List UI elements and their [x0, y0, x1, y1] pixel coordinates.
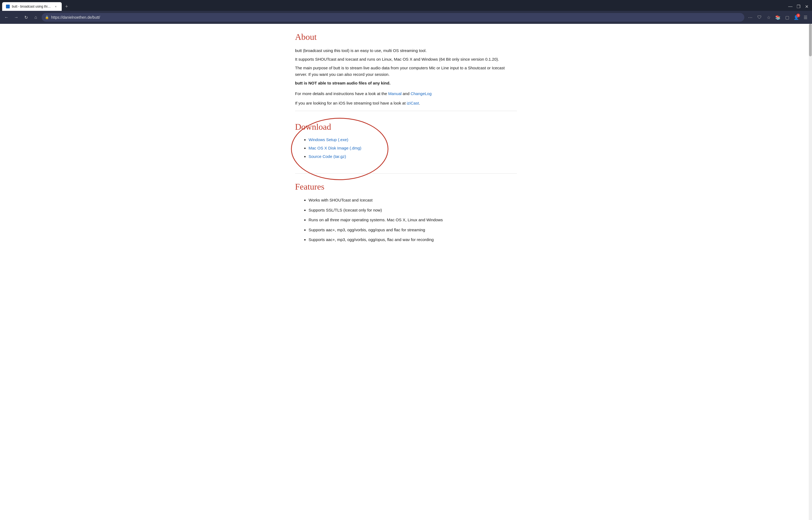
- bookmark-icon[interactable]: ☆: [765, 14, 773, 21]
- links-line: For more details and instructions have a…: [295, 91, 517, 96]
- changelog-link[interactable]: ChangeLog: [411, 91, 432, 96]
- security-lock-icon: 🔒: [45, 16, 49, 19]
- divider-1: [295, 111, 517, 111]
- tab-close-button[interactable]: ×: [54, 4, 58, 9]
- about-text: butt (broadcast using this tool) is an e…: [295, 47, 517, 86]
- home-button[interactable]: ⌂: [32, 14, 39, 21]
- list-item: Supports aac+, mp3, ogg/vorbis, ogg/opus…: [309, 237, 517, 243]
- window-controls: — ❐ ✕: [787, 3, 810, 10]
- address-bar[interactable]: 🔒 https://danielnoethen.de/butt/: [42, 13, 744, 22]
- about-para2: It supports SHOUTcast and Icecast and ru…: [295, 56, 517, 62]
- list-item: Mac OS X Disk Image (.dmg): [309, 146, 517, 150]
- profile-icon[interactable]: 👤 3: [792, 14, 800, 21]
- list-item: Supports aac+, mp3, ogg/vorbis, ogg/opus…: [309, 227, 517, 233]
- list-item: Supports SSL/TLS (Icecast only for now): [309, 207, 517, 213]
- list-item: Source Code (tar.gz): [309, 154, 517, 159]
- forward-button[interactable]: →: [12, 14, 20, 21]
- page-content: About butt (broadcast using this tool) i…: [284, 24, 528, 255]
- back-button[interactable]: ←: [3, 14, 10, 21]
- url-text: https://danielnoethen.de/butt/: [51, 15, 741, 20]
- source-download-link[interactable]: Source Code (tar.gz): [309, 154, 346, 159]
- tab-title: butt - broadcast using this tool: [12, 5, 51, 8]
- more-options-button[interactable]: ⋯: [747, 14, 754, 21]
- notification-badge: 3: [796, 14, 800, 17]
- minimize-button[interactable]: —: [787, 3, 793, 10]
- close-button[interactable]: ✕: [803, 3, 810, 10]
- restore-button[interactable]: ❐: [795, 3, 802, 10]
- features-section: Features Works with SHOUTcast and Icecas…: [295, 182, 517, 243]
- about-section: About butt (broadcast using this tool) i…: [295, 32, 517, 105]
- nav-right-icons: ⋯ 🛡 ☆ 📚 ▢ 👤 3 ☰: [747, 14, 809, 21]
- ios-suffix: .: [419, 101, 420, 105]
- links-prefix: For more details and instructions have a…: [295, 91, 387, 96]
- new-tab-button[interactable]: +: [63, 3, 71, 10]
- browser-chrome: butt - broadcast using this tool × + — ❐…: [0, 0, 812, 24]
- scrollbar-track: [809, 24, 812, 255]
- windows-download-link[interactable]: Windows Setup (.exe): [309, 137, 348, 142]
- download-links-list: Windows Setup (.exe) Mac OS X Disk Image…: [295, 137, 517, 159]
- reload-button[interactable]: ↻: [22, 14, 30, 21]
- about-heading: About: [295, 32, 517, 42]
- active-tab[interactable]: butt - broadcast using this tool ×: [2, 2, 62, 11]
- list-item: Works with SHOUTcast and Icecast: [309, 197, 517, 203]
- about-para1: butt (broadcast using this tool) is an e…: [295, 47, 517, 54]
- list-item: Runs on all three major operating system…: [309, 217, 517, 223]
- features-list: Works with SHOUTcast and Icecast Support…: [295, 197, 517, 243]
- manual-link[interactable]: Manual: [388, 91, 401, 96]
- scrollbar-thumb[interactable]: [809, 24, 812, 56]
- list-item: Windows Setup (.exe): [309, 137, 517, 142]
- tab-bar: butt - broadcast using this tool × + — ❐…: [0, 0, 812, 11]
- about-para3: The main purpose of butt is to stream li…: [295, 65, 517, 78]
- features-heading: Features: [295, 182, 517, 192]
- navigation-bar: ← → ↻ ⌂ 🔒 https://danielnoethen.de/butt/…: [0, 11, 812, 24]
- download-heading: Download: [295, 122, 517, 132]
- divider-2: [295, 173, 517, 174]
- ios-line: If you are looking for an iOS live strea…: [295, 101, 517, 105]
- and-text: and: [403, 91, 410, 96]
- about-para4-bold: butt is NOT able to stream audio files o…: [295, 81, 391, 85]
- izicast-link[interactable]: iziCast: [407, 101, 419, 105]
- download-section: Download Windows Setup (.exe) Mac OS X D…: [295, 116, 517, 168]
- tab-favicon-icon: [6, 5, 10, 8]
- about-para4: butt is NOT able to stream audio files o…: [295, 80, 517, 86]
- ios-prefix: If you are looking for an iOS live strea…: [295, 101, 406, 105]
- shield-icon[interactable]: 🛡: [756, 14, 763, 21]
- pocket-icon[interactable]: ▢: [783, 14, 791, 21]
- mac-download-link[interactable]: Mac OS X Disk Image (.dmg): [309, 146, 361, 150]
- extensions-icon[interactable]: ☰: [802, 14, 809, 21]
- library-icon[interactable]: 📚: [774, 14, 782, 21]
